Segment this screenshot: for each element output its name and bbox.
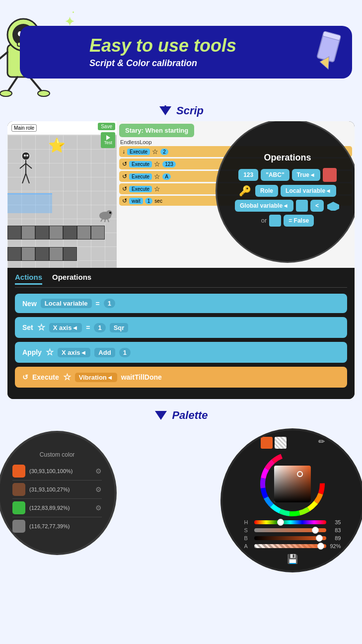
- ops-role-btn[interactable]: Role: [255, 185, 278, 197]
- tile: [35, 247, 49, 261]
- water-area: [7, 193, 52, 213]
- refresh-icon: ↺: [22, 373, 28, 381]
- active-swatch[interactable]: [261, 437, 273, 449]
- hero-title: Easy to use tools: [89, 36, 340, 56]
- tab-actions[interactable]: Actions: [15, 273, 42, 285]
- block-star-icon: ☆: [154, 172, 160, 180]
- s-value: 83: [329, 527, 341, 533]
- b-thumb[interactable]: [316, 535, 323, 542]
- a-label: A: [244, 543, 252, 549]
- ops-box2-btn[interactable]: [269, 215, 281, 227]
- color-swatch-3: [12, 501, 25, 514]
- vibration-label: Vibration◄: [75, 373, 117, 382]
- new-local-var-block[interactable]: New Local variable = 1: [15, 294, 347, 313]
- apply-keyword: Apply: [22, 348, 42, 356]
- h-thumb[interactable]: [277, 519, 284, 526]
- ops-key-icon: 🔑: [239, 185, 251, 197]
- ops-row-2: 🔑 Role Local variable◄: [239, 185, 336, 197]
- color-value-4: (116,72,77,39%): [29, 523, 102, 529]
- color-row-1: (30,93,100,100%) ⚙: [12, 462, 102, 481]
- test-button[interactable]: Test: [101, 132, 115, 148]
- svg-line-5: [0, 52, 7, 65]
- s-track[interactable]: [254, 528, 326, 532]
- svg-marker-31: [327, 202, 339, 211]
- tile: [49, 247, 63, 261]
- custom-color-panel: Custom color (30,93,100,100%) ⚙ (31,93,1…: [0, 431, 117, 555]
- play-icon: [106, 135, 110, 140]
- svg-line-8: [30, 77, 42, 92]
- ops-abc-btn[interactable]: "ABC": [261, 169, 289, 181]
- ground-tiles: [7, 226, 117, 268]
- s-slider-row: S 83: [244, 527, 341, 533]
- save-icon[interactable]: 💾: [287, 554, 298, 564]
- svg-line-24: [26, 173, 29, 183]
- execute-label: Execute: [129, 173, 152, 180]
- ops-123-btn[interactable]: 123: [238, 169, 258, 181]
- color-swatch-4: [12, 520, 25, 533]
- transparent-swatch[interactable]: [275, 437, 287, 449]
- pencil-icon: [315, 31, 345, 71]
- a-slider-row: A 92%: [244, 543, 341, 549]
- palette-arrow-icon: [154, 410, 168, 421]
- wait-label: wait: [129, 198, 143, 204]
- ops-row-4: or = False: [261, 215, 314, 227]
- ops-global-var-btn[interactable]: Global variable◄: [235, 200, 293, 212]
- stick-figure: [17, 151, 35, 191]
- num-1c: 1: [119, 348, 131, 357]
- hero-subtitle: Script & Color calibration: [89, 58, 340, 69]
- h-track[interactable]: [254, 520, 326, 524]
- h-label: H: [244, 519, 252, 525]
- color-row-2: (31,93,100,27%) ⚙: [12, 481, 102, 499]
- svg-line-22: [26, 163, 32, 168]
- tile: [63, 247, 77, 261]
- set-x-axis-block[interactable]: Set ☆ X axis◄ = 1 Sqr: [15, 317, 347, 338]
- execute-label: Execute: [127, 149, 150, 155]
- ops-local-var-btn[interactable]: Local variable◄: [281, 185, 336, 197]
- svg-point-19: [26, 155, 28, 157]
- color-wheel[interactable]: [260, 452, 325, 516]
- start-block[interactable]: Stary: When starting: [119, 124, 194, 137]
- block-a: A: [162, 173, 171, 180]
- b-slider-row: B 89: [244, 535, 341, 541]
- operations-panel: Operations 123 "ABC" True◄ 🔑 Role Local …: [216, 121, 355, 263]
- block-star-icon: ☆: [154, 160, 160, 168]
- svg-marker-15: [159, 106, 171, 115]
- apply-x-axis-block[interactable]: Apply ☆ X axis◄ Add 1: [15, 342, 347, 363]
- gear-icon-2[interactable]: ⚙: [95, 485, 102, 493]
- color-sliders: H 35 S 83 B 89: [244, 519, 341, 551]
- palette-visual-area: Custom color (30,93,100,100%) ⚙ (31,93,1…: [5, 426, 357, 575]
- equals-sign: =: [96, 300, 100, 308]
- gear-icon-1[interactable]: ⚙: [95, 467, 102, 475]
- operations-title: Operations: [264, 153, 311, 163]
- gear-icon-3[interactable]: ⚙: [95, 504, 102, 512]
- svg-point-17: [22, 152, 30, 160]
- block-star-icon: ☆: [154, 185, 160, 193]
- eyedropper-icon[interactable]: ✏: [318, 437, 325, 449]
- a-track[interactable]: [254, 544, 326, 548]
- b-track[interactable]: [254, 536, 326, 540]
- tab-operations[interactable]: Operations: [52, 273, 91, 285]
- execute-vibration-block[interactable]: ↺ Execute ☆ Vibration◄ waitTillDone: [15, 367, 347, 388]
- num-1: 1: [104, 299, 115, 308]
- ops-hex-icon: [326, 201, 340, 211]
- ops-color-btn[interactable]: [323, 168, 337, 182]
- x-axis-label2: X axis◄: [58, 348, 90, 357]
- h-slider-row: H 35: [244, 519, 341, 525]
- save-button[interactable]: Save: [98, 123, 115, 130]
- ops-box-btn[interactable]: [296, 200, 308, 212]
- ops-equals-false-btn[interactable]: = False: [284, 215, 314, 227]
- a-thumb[interactable]: [317, 543, 324, 550]
- s-thumb[interactable]: [312, 527, 319, 534]
- block-num: 123: [162, 161, 176, 167]
- tile: [7, 247, 21, 261]
- set-keyword: Set: [22, 323, 33, 331]
- ops-row-3: Global variable◄ <: [235, 200, 340, 212]
- tile: [21, 247, 35, 261]
- ops-true-btn[interactable]: True◄: [292, 169, 320, 181]
- ops-less-btn[interactable]: <: [310, 200, 324, 212]
- script-section-label: Scrip: [0, 104, 362, 117]
- svg-point-9: [0, 90, 12, 96]
- script-container: Main role Save Test ⭐: [7, 121, 355, 399]
- star-icon: ☆: [37, 322, 45, 333]
- x-axis-label: X axis◄: [49, 323, 82, 332]
